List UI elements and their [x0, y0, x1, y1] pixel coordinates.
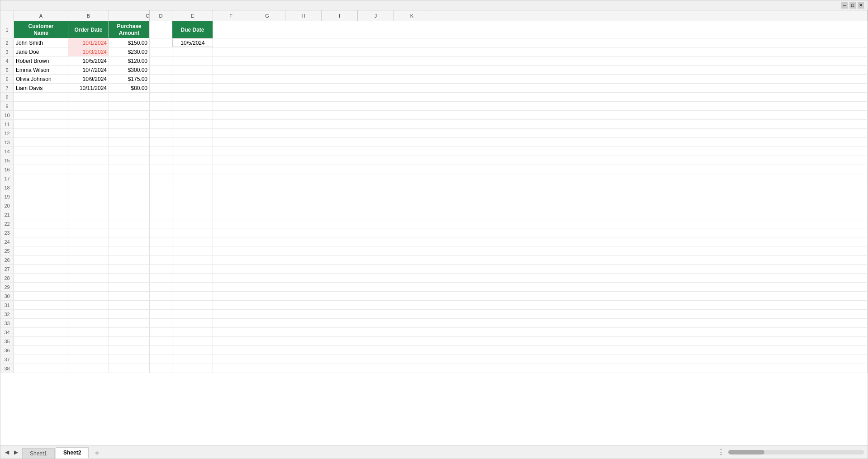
cell-c19[interactable]	[109, 192, 150, 201]
cell-a21[interactable]	[14, 210, 68, 219]
cell-e31[interactable]	[172, 301, 213, 309]
cell-a37[interactable]	[14, 355, 68, 364]
cell-a10[interactable]	[14, 111, 68, 119]
cell-d10[interactable]	[150, 111, 172, 119]
cell-d31[interactable]	[150, 301, 172, 309]
cell-c7[interactable]: $80.00	[109, 84, 150, 92]
maximize-button[interactable]: □	[849, 2, 856, 9]
cell-c31[interactable]	[109, 301, 150, 309]
cell-b7[interactable]: 10/11/2024	[68, 84, 109, 92]
cell-e17[interactable]	[172, 174, 213, 183]
cell-b5[interactable]: 10/7/2024	[68, 66, 109, 74]
cell-e12[interactable]	[172, 129, 213, 137]
cell-c32[interactable]	[109, 310, 150, 318]
cell-b26[interactable]	[68, 256, 109, 264]
cell-b33[interactable]	[68, 319, 109, 327]
cell-a15[interactable]	[14, 156, 68, 165]
cell-c38[interactable]	[109, 364, 150, 373]
cell-e3[interactable]	[172, 47, 213, 56]
col-header-h[interactable]: H	[285, 10, 322, 21]
cell-e30[interactable]	[172, 292, 213, 300]
cell-c15[interactable]	[109, 156, 150, 165]
cell-a19[interactable]	[14, 192, 68, 201]
cell-a6[interactable]: Olivia Johnson	[14, 75, 68, 83]
cell-e33[interactable]	[172, 319, 213, 327]
cell-e13[interactable]	[172, 138, 213, 147]
cell-d2[interactable]	[150, 38, 172, 47]
cell-b21[interactable]	[68, 210, 109, 219]
cell-c22[interactable]	[109, 219, 150, 228]
cell-b18[interactable]	[68, 183, 109, 192]
cell-d18[interactable]	[150, 183, 172, 192]
cell-b16[interactable]	[68, 165, 109, 174]
cell-c29[interactable]	[109, 283, 150, 291]
col-header-f[interactable]: F	[213, 10, 249, 21]
cell-c8[interactable]	[109, 93, 150, 101]
cell-b32[interactable]	[68, 310, 109, 318]
options-button[interactable]: ⋮	[717, 448, 725, 456]
cell-c12[interactable]	[109, 129, 150, 137]
cell-c5[interactable]: $300.00	[109, 66, 150, 74]
cell-c2[interactable]: $150.00	[109, 38, 150, 47]
cell-d12[interactable]	[150, 129, 172, 137]
cell-a17[interactable]	[14, 174, 68, 183]
cell-d32[interactable]	[150, 310, 172, 318]
cell-b31[interactable]	[68, 301, 109, 309]
col-header-j[interactable]: J	[358, 10, 394, 21]
cell-d11[interactable]	[150, 120, 172, 128]
cell-c25[interactable]	[109, 246, 150, 255]
cell-e21[interactable]	[172, 210, 213, 219]
cell-b30[interactable]	[68, 292, 109, 300]
cell-c9[interactable]	[109, 102, 150, 110]
cell-a7[interactable]: Liam Davis	[14, 84, 68, 92]
cell-e14[interactable]	[172, 147, 213, 156]
cell-e37[interactable]	[172, 355, 213, 364]
cell-d13[interactable]	[150, 138, 172, 147]
cell-a4[interactable]: Robert Brown	[14, 57, 68, 65]
cell-b27[interactable]	[68, 265, 109, 273]
cell-d25[interactable]	[150, 246, 172, 255]
cell-a35[interactable]	[14, 337, 68, 345]
cell-a30[interactable]	[14, 292, 68, 300]
cell-c4[interactable]: $120.00	[109, 57, 150, 65]
cell-c28[interactable]	[109, 274, 150, 282]
cell-e23[interactable]	[172, 228, 213, 237]
cell-c23[interactable]	[109, 228, 150, 237]
cell-b35[interactable]	[68, 337, 109, 345]
minimize-button[interactable]: –	[841, 2, 848, 9]
cell-c14[interactable]	[109, 147, 150, 156]
cell-c20[interactable]	[109, 201, 150, 210]
cell-a1[interactable]: Customer Name	[14, 21, 68, 38]
cell-e16[interactable]	[172, 165, 213, 174]
cell-d27[interactable]	[150, 265, 172, 273]
cell-b38[interactable]	[68, 364, 109, 373]
cell-b14[interactable]	[68, 147, 109, 156]
cell-d23[interactable]	[150, 228, 172, 237]
cell-d37[interactable]	[150, 355, 172, 364]
col-header-k[interactable]: K	[394, 10, 430, 21]
cell-d7[interactable]	[150, 84, 172, 92]
cell-e10[interactable]	[172, 111, 213, 119]
cell-b24[interactable]	[68, 237, 109, 246]
cell-b23[interactable]	[68, 228, 109, 237]
col-header-a[interactable]: A	[14, 10, 68, 21]
cell-c37[interactable]	[109, 355, 150, 364]
cell-a33[interactable]	[14, 319, 68, 327]
cell-a31[interactable]	[14, 301, 68, 309]
cell-a3[interactable]: Jane Doe	[14, 47, 68, 56]
cell-a9[interactable]	[14, 102, 68, 110]
cell-b15[interactable]	[68, 156, 109, 165]
cell-c6[interactable]: $175.00	[109, 75, 150, 83]
cell-e28[interactable]	[172, 274, 213, 282]
cell-e25[interactable]	[172, 246, 213, 255]
col-header-d[interactable]: D	[150, 10, 172, 21]
cell-d30[interactable]	[150, 292, 172, 300]
cell-c3[interactable]: $230.00	[109, 47, 150, 56]
cell-e2[interactable]: 10/5/2024	[172, 38, 213, 47]
cell-a36[interactable]	[14, 346, 68, 355]
cell-a23[interactable]	[14, 228, 68, 237]
cell-b28[interactable]	[68, 274, 109, 282]
cell-d29[interactable]	[150, 283, 172, 291]
cell-e27[interactable]	[172, 265, 213, 273]
cell-c17[interactable]	[109, 174, 150, 183]
